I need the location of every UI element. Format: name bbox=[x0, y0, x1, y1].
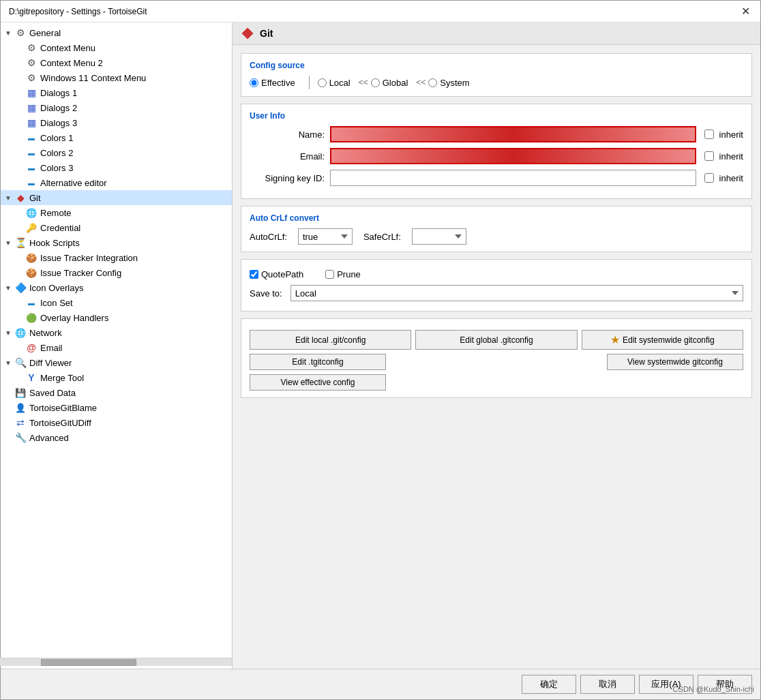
sidebar-item-credential[interactable]: 🔑 Credential bbox=[1, 220, 232, 235]
sidebar-label-credential: Credential bbox=[40, 223, 80, 233]
sidebar-scrollbar-thumb[interactable] bbox=[41, 659, 136, 666]
radio-local-input[interactable] bbox=[318, 78, 327, 87]
dialogs3-icon: ▦ bbox=[25, 117, 38, 129]
titlebar: D:\gitrepository - Settings - TortoiseGi… bbox=[1, 1, 760, 22]
sidebar-item-dialogs-1[interactable]: ▦ Dialogs 1 bbox=[1, 85, 232, 100]
sidebar-item-general[interactable]: ▼ ⚙ General bbox=[1, 25, 232, 40]
separator-1 bbox=[309, 76, 310, 89]
icon-overlays-icon: 🔷 bbox=[14, 281, 27, 294]
sidebar-item-remote[interactable]: 🌐 Remote bbox=[1, 205, 232, 220]
issue-config-icon: 🍪 bbox=[25, 267, 38, 279]
hook-icon: ⏳ bbox=[14, 237, 27, 249]
autocrlf-select[interactable]: true false input bbox=[298, 228, 353, 245]
autocrlf-row: AutoCrLf: true false input SafeCrLf: tru… bbox=[250, 228, 743, 245]
sidebar-item-issue-tracker-config[interactable]: 🍪 Issue Tracker Config bbox=[1, 265, 232, 280]
sidebar-label-colors-3: Colors 3 bbox=[40, 163, 73, 173]
sidebar-item-context-menu[interactable]: ⚙ Context Menu bbox=[1, 40, 232, 55]
sidebar-item-context-menu-2[interactable]: ⚙ Context Menu 2 bbox=[1, 55, 232, 70]
ok-button[interactable]: 确定 bbox=[522, 675, 576, 694]
sidebar-label-saved-data: Saved Data bbox=[29, 388, 76, 398]
sidebar-item-alternative-editor[interactable]: ▬ Alternative editor bbox=[1, 175, 232, 190]
radio-effective-label: Effective bbox=[261, 78, 295, 88]
sidebar-item-merge-tool[interactable]: Y Merge Tool bbox=[1, 370, 232, 385]
signing-key-input[interactable] bbox=[330, 170, 696, 186]
sidebar-item-network[interactable]: ▼ 🌐 Network bbox=[1, 325, 232, 340]
remote-icon: 🌐 bbox=[25, 207, 38, 219]
signing-key-row: Signing key ID: inherit bbox=[250, 170, 743, 186]
arrow-2: << bbox=[416, 78, 426, 87]
sidebar-item-dialogs-3[interactable]: ▦ Dialogs 3 bbox=[1, 115, 232, 130]
sidebar-label-git: Git bbox=[29, 193, 41, 203]
udiff-icon: ⇄ bbox=[14, 416, 27, 429]
colors1-icon: ▬ bbox=[25, 132, 38, 144]
radio-effective[interactable]: Effective bbox=[250, 78, 295, 88]
sidebar-item-windows11-context-menu[interactable]: ⚙ Windows 11 Context Menu bbox=[1, 70, 232, 85]
close-button[interactable]: ✕ bbox=[736, 2, 755, 21]
email-inherit-checkbox[interactable] bbox=[704, 151, 714, 161]
radio-global-input[interactable] bbox=[371, 78, 380, 87]
view-effective-button[interactable]: View effective config bbox=[250, 374, 386, 391]
safecrlf-select[interactable]: true false warn bbox=[412, 228, 466, 245]
quotepath-label: QuotePath bbox=[261, 269, 303, 279]
email-input[interactable] bbox=[330, 148, 696, 164]
radio-effective-input[interactable] bbox=[250, 78, 258, 87]
content-area: ▼ ⚙ General ⚙ Context Menu ⚙ Context Men… bbox=[1, 22, 760, 669]
signing-key-inherit-checkbox[interactable] bbox=[704, 173, 714, 183]
name-inherit-checkbox[interactable] bbox=[704, 130, 714, 139]
sidebar-item-tortoisegitblame[interactable]: 👤 TortoiseGitBlame bbox=[1, 400, 232, 415]
sidebar-item-saved-data[interactable]: 💾 Saved Data bbox=[1, 385, 232, 400]
chevron-hook: ▼ bbox=[5, 239, 14, 247]
radio-local[interactable]: Local bbox=[318, 78, 350, 88]
sidebar-item-diff-viewer[interactable]: ▼ 🔍 Diff Viewer bbox=[1, 355, 232, 370]
sidebar-label-issue-tracker-integration: Issue Tracker Integration bbox=[40, 253, 138, 263]
view-systemwide-button[interactable]: View systemwide gitconfig bbox=[607, 354, 743, 370]
config-source-section: Config source Effective Local << bbox=[241, 53, 752, 97]
radio-system-label: System bbox=[440, 78, 469, 88]
sidebar-label-dialogs-2: Dialogs 2 bbox=[40, 103, 77, 113]
edit-global-button[interactable]: Edit global .gitconfig bbox=[415, 330, 577, 350]
radio-system-input[interactable] bbox=[428, 78, 437, 87]
sidebar-item-icon-overlays[interactable]: ▼ 🔷 Icon Overlays bbox=[1, 280, 232, 295]
git-icon: ◆ bbox=[14, 192, 27, 204]
quotepath-item[interactable]: QuotePath bbox=[250, 269, 303, 279]
alt-editor-icon: ▬ bbox=[25, 177, 38, 189]
sidebar-item-icon-set[interactable]: ▬ Icon Set bbox=[1, 295, 232, 310]
cancel-button[interactable]: 取消 bbox=[580, 675, 635, 694]
edit-tgitconfig-button[interactable]: Edit .tgitconfig bbox=[250, 354, 386, 370]
sidebar-item-hook-scripts[interactable]: ▼ ⏳ Hook Scripts bbox=[1, 235, 232, 250]
sidebar-scrollbar[interactable] bbox=[0, 658, 232, 666]
name-input[interactable] bbox=[330, 126, 696, 142]
dialogs2-icon: ▦ bbox=[25, 102, 38, 114]
sidebar-item-git[interactable]: ▼ ◆ Git bbox=[1, 190, 232, 205]
save-to-select[interactable]: Local Global System bbox=[290, 285, 743, 301]
sidebar-item-colors-3[interactable]: ▬ Colors 3 bbox=[1, 160, 232, 175]
quotepath-checkbox[interactable] bbox=[250, 270, 258, 279]
saved-data-icon: 💾 bbox=[14, 386, 27, 399]
button-row2: Edit .tgitconfig View systemwide gitconf… bbox=[250, 354, 743, 370]
radio-system[interactable]: System bbox=[428, 78, 469, 88]
chevron-general: ▼ bbox=[5, 29, 14, 37]
email-row: Email: inherit bbox=[250, 148, 743, 164]
sidebar-label-dialogs-3: Dialogs 3 bbox=[40, 118, 77, 128]
sidebar-label-general: General bbox=[29, 28, 61, 38]
edit-local-button[interactable]: Edit local .git/config bbox=[250, 330, 411, 350]
chevron-icon-overlays: ▼ bbox=[5, 284, 14, 292]
sidebar-item-dialogs-2[interactable]: ▦ Dialogs 2 bbox=[1, 100, 232, 115]
sidebar-item-email[interactable]: @ Email bbox=[1, 340, 232, 355]
sidebar-item-tortoisegitudiff[interactable]: ⇄ TortoiseGitUDiff bbox=[1, 415, 232, 430]
sidebar-item-colors-1[interactable]: ▬ Colors 1 bbox=[1, 130, 232, 145]
action-buttons-section: Edit local .git/config Edit global .gitc… bbox=[241, 318, 752, 398]
sidebar-item-issue-tracker-integration[interactable]: 🍪 Issue Tracker Integration bbox=[1, 250, 232, 265]
sidebar-label-icon-set: Icon Set bbox=[40, 298, 73, 308]
edit-systemwide-button[interactable]: ★ Edit systemwide gitconfig bbox=[582, 330, 743, 350]
auto-crlf-section: Auto CrLf convert AutoCrLf: true false i… bbox=[241, 206, 752, 252]
sidebar-label-windows11: Windows 11 Context Menu bbox=[40, 73, 146, 83]
sidebar-item-overlay-handlers[interactable]: 🟢 Overlay Handlers bbox=[1, 310, 232, 325]
radio-global[interactable]: Global bbox=[371, 78, 408, 88]
radio-global-label: Global bbox=[383, 78, 408, 88]
prune-checkbox[interactable] bbox=[325, 270, 334, 279]
config-source-row: Effective Local << Global << bbox=[250, 76, 743, 89]
sidebar-item-advanced[interactable]: 🔧 Advanced bbox=[1, 430, 232, 445]
sidebar-item-colors-2[interactable]: ▬ Colors 2 bbox=[1, 145, 232, 160]
prune-item[interactable]: Prune bbox=[325, 269, 361, 279]
